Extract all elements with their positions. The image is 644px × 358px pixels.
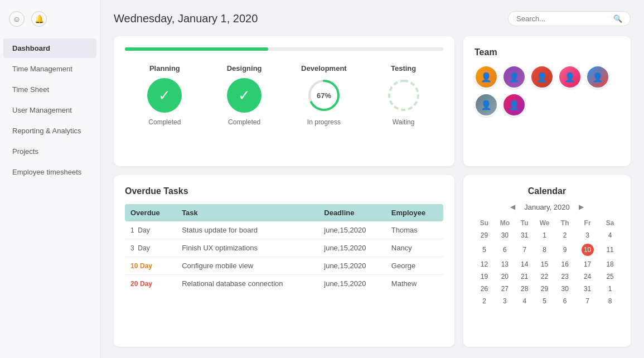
main-content: Wednesday, January 1, 2020 🔍 Planning ✓ … [100,0,644,358]
cal-day[interactable]: 5 [534,295,555,307]
search-box[interactable]: 🔍 [508,11,631,26]
cal-day[interactable]: 3 [494,295,516,307]
cal-day[interactable]: 5 [474,241,494,258]
deadline: june,15,2020 [318,239,386,257]
sidebar-item-user-management[interactable]: User Management [3,100,96,120]
cal-dow: Su [474,217,494,229]
cal-day[interactable]: 2 [555,229,574,241]
table-row: 1 Day Status update for board june,15,20… [125,221,443,239]
phase-designing: Designing ✓ Completed [205,64,284,126]
employee: George [386,257,443,274]
phase-development: Development 67% In progress [284,64,364,126]
cal-dow: Tu [516,217,534,229]
avatar[interactable]: 👤 [530,65,554,89]
calendar-prev[interactable]: ◀ [510,203,515,211]
cal-day[interactable]: 20 [494,270,516,283]
cal-dow: Th [555,217,574,229]
calendar-card: Calendar ◀ January, 2020 ▶ Su Mo Tu We T… [463,175,631,347]
cal-day[interactable]: 13 [494,258,516,270]
checkmark-icon: ✓ [158,87,171,104]
page-title: Wednesday, January 1, 2020 [114,12,258,25]
progress-track [125,47,443,51]
avatar[interactable]: 👤 [502,65,526,89]
task-name: Status update for board [176,221,318,239]
calendar-title: Calendar [474,186,619,196]
phase-designing-status: Completed [228,118,260,126]
sidebar-item-reporting[interactable]: Reporting & Analytics [3,121,96,141]
cal-day[interactable]: 1 [601,283,619,295]
checkmark-icon: ✓ [238,87,250,104]
progress-fill [125,47,268,51]
phase-development-status: In progress [307,118,341,126]
col-employee: Employee [386,204,443,221]
cal-day[interactable]: 30 [555,283,574,295]
phase-planning-circle: ✓ [147,78,182,113]
sidebar-item-time-sheet[interactable]: Time Sheet [3,80,96,99]
bell-icon[interactable]: 🔔 [31,11,47,27]
cal-day[interactable]: 7 [516,241,534,258]
avatar[interactable]: 👤 [474,93,498,117]
cal-day[interactable]: 31 [516,229,534,241]
avatar[interactable]: 👤 [558,65,582,89]
calendar-next[interactable]: ▶ [579,203,584,211]
cal-day[interactable]: 8 [601,295,619,307]
overdue-card: Overdue Tasks Overdue Task Deadline Empl… [114,175,454,347]
svg-point-3 [389,81,418,110]
cal-day[interactable]: 27 [494,283,516,295]
cal-day[interactable]: 16 [555,258,574,270]
cal-day[interactable]: 6 [555,295,574,307]
cal-day[interactable]: 15 [534,258,555,270]
cal-day[interactable]: 6 [494,241,516,258]
avatar[interactable]: 👤 [586,65,609,89]
table-row: 10 Day Configure mobile view june,15,202… [125,257,443,274]
cal-day[interactable]: 1 [534,229,555,241]
cal-today[interactable]: 10 [574,241,601,258]
cal-dow: We [534,217,555,229]
cal-day[interactable]: 12 [474,258,494,270]
phases-row: Planning ✓ Completed Designing ✓ Complet… [125,64,443,126]
sidebar-item-employee-timesheets[interactable]: Employee timesheets [3,162,96,182]
cal-day[interactable]: 14 [516,258,534,270]
cal-day[interactable]: 25 [601,270,619,283]
sidebar-item-time-management[interactable]: Time Management [3,59,96,79]
cal-day[interactable]: 3 [574,229,601,241]
cal-day[interactable]: 9 [555,241,574,258]
avatar[interactable]: 👤 [502,93,526,117]
cal-day[interactable]: 18 [601,258,619,270]
search-input[interactable] [516,14,609,23]
cal-day[interactable]: 23 [555,270,574,283]
overdue-days: 1 Day [125,221,176,239]
avatar[interactable]: 👤 [474,65,498,89]
cal-day[interactable]: 31 [574,283,601,295]
cal-day[interactable]: 24 [574,270,601,283]
cal-day[interactable]: 11 [601,241,619,258]
phase-designing-circle: ✓ [227,78,262,113]
cal-day[interactable]: 22 [534,270,555,283]
cal-day[interactable]: 2 [474,295,494,307]
user-icon[interactable]: ☺ [9,11,25,27]
phase-planning-status: Completed [148,118,181,126]
cal-day[interactable]: 29 [474,229,494,241]
overdue-days: 3 Day [125,239,176,257]
team-avatars: 👤 👤 👤 👤 👤 👤 👤 [474,65,619,117]
cal-dow: Sa [601,217,619,229]
sidebar-item-projects[interactable]: Projects [3,142,96,161]
cal-day[interactable]: 28 [516,283,534,295]
overdue-title: Overdue Tasks [125,186,443,196]
cal-day[interactable]: 19 [474,270,494,283]
cal-day[interactable]: 7 [574,295,601,307]
cal-day[interactable]: 17 [574,258,601,270]
phase-development-circle: 67% [307,78,341,113]
cal-day[interactable]: 4 [601,229,619,241]
phase-planning-title: Planning [149,64,180,72]
sidebar-item-dashboard[interactable]: Dashboard [3,38,96,58]
phase-testing: Testing Waiting [364,64,443,126]
cal-day[interactable]: 21 [516,270,534,283]
cal-day[interactable]: 4 [516,295,534,307]
task-name: Configure mobile view [176,257,318,274]
cal-day[interactable]: 29 [534,283,555,295]
cal-day[interactable]: 30 [494,229,516,241]
waiting-ring-svg [386,78,421,113]
cal-day[interactable]: 26 [474,283,494,295]
cal-day[interactable]: 8 [534,241,555,258]
